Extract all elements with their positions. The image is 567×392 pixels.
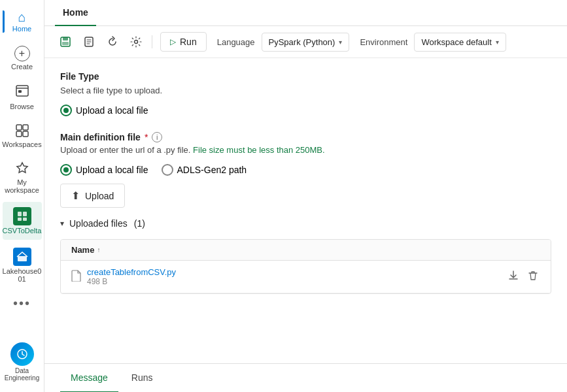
upload-arrow-icon: ⬆ <box>71 189 80 202</box>
svg-rect-9 <box>23 218 27 221</box>
sidebar-item-browse-label: Browse <box>10 103 34 110</box>
sidebar-item-create-label: Create <box>11 63 33 71</box>
bottom-tabs: Message Runs <box>44 363 567 392</box>
dataeng-icon <box>10 342 34 366</box>
lakehouse-icon <box>13 248 31 266</box>
radio-upload-local-indicator <box>60 164 72 176</box>
refresh-button[interactable] <box>102 31 123 52</box>
uploaded-files-label: Uploaded files <box>69 218 128 229</box>
sidebar: ⌂ Home + Create Browse Workspaces Mywork… <box>0 0 44 392</box>
notebook-button[interactable] <box>78 31 99 52</box>
main-def-radio-group: Upload a local file ADLS-Gen2 path <box>60 164 551 176</box>
delete-button[interactable] <box>526 269 540 284</box>
svg-rect-6 <box>18 212 22 216</box>
svg-rect-10 <box>18 256 27 261</box>
file-info: createTablefromCSV.py 498 B <box>87 267 176 286</box>
tab-message[interactable]: Message <box>60 364 118 393</box>
radio-local-file[interactable]: Upload a local file <box>60 105 148 116</box>
svg-rect-5 <box>23 131 28 137</box>
sidebar-item-dataeng-label: DataEngineering <box>5 367 39 382</box>
radio-adls-path[interactable]: ADLS-Gen2 path <box>162 164 247 176</box>
environment-label: Environment <box>360 37 407 47</box>
upload-button[interactable]: ⬆ Upload <box>60 184 125 208</box>
tab-bar: Home <box>44 0 567 26</box>
svg-rect-8 <box>18 218 22 221</box>
file-type-title: File Type <box>60 71 551 82</box>
sidebar-item-workspaces[interactable]: Workspaces <box>3 118 42 154</box>
svg-rect-2 <box>16 125 22 130</box>
sidebar-item-myworkspace[interactable]: Myworkspace <box>3 156 42 199</box>
file-icon <box>71 270 82 284</box>
info-icon[interactable]: i <box>152 132 162 142</box>
svg-rect-3 <box>23 125 28 130</box>
tab-runs[interactable]: Runs <box>121 364 163 393</box>
main-area: Home ▷ Run Language PySpark (Python) ▾ E… <box>44 0 567 392</box>
sidebar-item-csvtodelta[interactable]: CSVToDelta <box>3 202 42 240</box>
run-button[interactable]: ▷ Run <box>160 32 207 52</box>
chevron-down-icon: ▾ <box>60 219 64 228</box>
more-icon: ••• <box>13 296 31 311</box>
language-value: PySpark (Python) <box>269 37 335 47</box>
sort-icon: ↑ <box>97 246 100 253</box>
download-button[interactable] <box>506 269 521 284</box>
sidebar-item-home[interactable]: ⌂ Home <box>3 5 42 38</box>
uploaded-files-toggle[interactable]: ▾ Uploaded files (1) <box>60 216 551 231</box>
files-table-header: Name ↑ <box>61 240 551 261</box>
sidebar-item-create[interactable]: + Create <box>3 41 42 76</box>
radio-adls-indicator <box>162 164 173 176</box>
radio-local-selected-indicator <box>60 105 72 116</box>
uploaded-files-count: (1) <box>134 218 145 229</box>
workspaces-icon <box>15 123 29 139</box>
svg-rect-7 <box>23 212 27 216</box>
sidebar-item-dataeng[interactable]: DataEngineering <box>3 337 42 387</box>
sidebar-item-csvtodelta-label: CSVToDelta <box>3 227 42 235</box>
browse-icon <box>15 84 29 101</box>
file-type-radio-group: Upload a local file <box>60 105 551 116</box>
language-chevron-icon: ▾ <box>339 39 342 46</box>
sidebar-item-lakehouse[interactable]: Lakehouse001 <box>3 242 42 288</box>
file-type-section: File Type Select a file type to upload. … <box>60 71 551 116</box>
svg-rect-0 <box>16 86 28 96</box>
file-size: 498 B <box>87 277 176 286</box>
create-icon: + <box>14 46 30 61</box>
settings-button[interactable] <box>126 31 146 52</box>
file-actions <box>506 269 540 284</box>
sidebar-item-lakehouse-label: Lakehouse001 <box>3 267 42 283</box>
files-table: Name ↑ createTablefromCSV.py 498 B <box>60 239 551 294</box>
svg-point-16 <box>135 41 138 44</box>
content-area: File Type Select a file type to upload. … <box>44 58 567 363</box>
main-def-subtitle: Upload or enter the url of a .py file. F… <box>60 145 551 155</box>
sidebar-item-more[interactable]: ••• <box>3 291 42 316</box>
environment-value: Workspace default <box>421 37 491 47</box>
svg-rect-13 <box>63 37 68 41</box>
main-def-header: Main definition file * i <box>60 132 551 142</box>
toolbar-separator-1 <box>152 35 152 48</box>
toolbar: ▷ Run Language PySpark (Python) ▾ Enviro… <box>44 26 567 58</box>
required-star: * <box>145 132 148 142</box>
sidebar-item-myworkspace-label: Myworkspace <box>5 178 39 194</box>
file-type-subtitle: Select a file type to upload. <box>60 86 551 95</box>
main-def-title: Main definition file <box>60 132 141 142</box>
svg-rect-1 <box>18 90 22 93</box>
radio-upload-local[interactable]: Upload a local file <box>60 164 148 176</box>
sidebar-item-workspaces-label: Workspaces <box>2 140 41 148</box>
run-icon: ▷ <box>170 37 176 46</box>
environment-dropdown[interactable]: Workspace default ▾ <box>414 33 506 52</box>
home-icon: ⌂ <box>18 10 26 24</box>
file-name[interactable]: createTablefromCSV.py <box>87 267 176 277</box>
main-def-section: Main definition file * i Upload or enter… <box>60 132 551 294</box>
language-label: Language <box>217 37 255 47</box>
sidebar-item-home-label: Home <box>12 25 31 33</box>
csvtodelta-icon <box>13 207 31 225</box>
svg-rect-14 <box>62 42 69 45</box>
tab-home[interactable]: Home <box>55 0 96 26</box>
table-row: createTablefromCSV.py 498 B <box>61 261 551 293</box>
sidebar-item-browse[interactable]: Browse <box>3 78 42 116</box>
svg-rect-4 <box>16 131 22 137</box>
myworkspace-icon <box>15 161 29 177</box>
language-dropdown[interactable]: PySpark (Python) ▾ <box>262 33 350 52</box>
save-button[interactable] <box>55 31 76 52</box>
environment-chevron-icon: ▾ <box>496 39 499 46</box>
